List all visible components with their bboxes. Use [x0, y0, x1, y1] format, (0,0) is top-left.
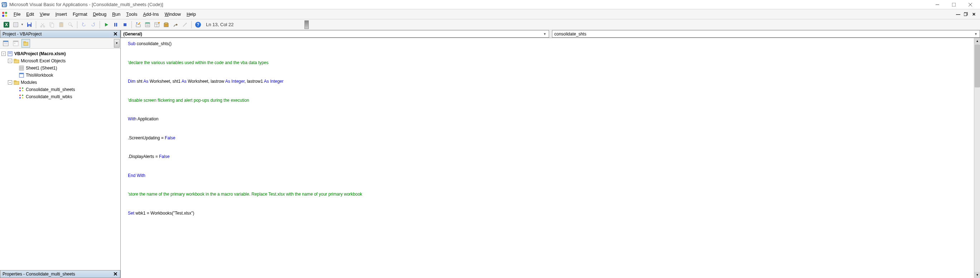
menu-debug[interactable]: Debug	[90, 10, 110, 18]
copy-button[interactable]	[48, 21, 56, 29]
run-button[interactable]	[102, 21, 111, 29]
tree-folder-modules[interactable]: − Modules	[2, 79, 119, 86]
tree-sheet1[interactable]: Sheet1 (Sheet1)	[2, 65, 119, 71]
tree-label: Consolidate_multi_wbks	[26, 94, 72, 99]
tree-thisworkbook[interactable]: ThisWorkbook	[2, 71, 119, 79]
project-pane-title: Project - VBAProject	[3, 32, 41, 37]
menu-view[interactable]: View	[37, 10, 52, 18]
worksheet-icon	[19, 65, 24, 71]
insert-module-button[interactable]	[11, 21, 20, 29]
menu-edit[interactable]: Edit	[23, 10, 37, 18]
separator	[100, 21, 100, 28]
svg-rect-60	[14, 43, 15, 44]
svg-point-7	[2, 12, 4, 14]
window-controls	[929, 0, 978, 9]
toolbox-button[interactable]	[171, 21, 180, 29]
tree-project-root[interactable]: − VBAProject (Macro.xlsm)	[2, 50, 119, 57]
insert-dropdown[interactable]: ▼	[21, 23, 24, 26]
properties-pane-header: Properties - Consolidate_multi_sheets ✕	[0, 270, 120, 278]
svg-rect-55	[3, 41, 8, 42]
help-button[interactable]: ?	[194, 21, 202, 29]
tree-label: Modules	[21, 80, 37, 85]
save-button[interactable]	[25, 21, 34, 29]
design-mode-button[interactable]	[134, 21, 143, 29]
menu-file[interactable]: File	[11, 10, 23, 18]
collapse-icon[interactable]: −	[2, 52, 6, 56]
mdi-close[interactable]: ✕	[971, 11, 977, 17]
toggle-folders-button[interactable]	[21, 39, 30, 48]
mdi-restore[interactable]	[963, 11, 969, 17]
tree-label: Microsoft Excel Objects	[21, 59, 65, 64]
paste-button[interactable]	[57, 21, 65, 29]
menu-window[interactable]: Window	[162, 10, 184, 18]
svg-rect-4	[952, 3, 956, 6]
project-pane-close[interactable]: ✕	[113, 31, 118, 37]
folder-icon	[14, 58, 19, 64]
code-editor[interactable]: Sub consolidate_shts() 'declare the vari…	[121, 38, 980, 278]
menu-addins[interactable]: Add-Ins	[140, 10, 162, 18]
svg-rect-59	[13, 41, 18, 42]
menu-format[interactable]: Format	[70, 10, 90, 18]
svg-point-78	[22, 87, 23, 89]
tree-label: VBAProject (Macro.xlsm)	[14, 51, 65, 56]
vertical-scrollbar[interactable]: ▲ ▼	[974, 38, 980, 278]
project-tree[interactable]: − VBAProject (Macro.xlsm) − Microsoft Ex…	[0, 49, 120, 270]
scroll-up-button[interactable]: ▲	[974, 38, 980, 44]
svg-point-49	[176, 24, 177, 25]
menu-run[interactable]: Run	[109, 10, 123, 18]
collapse-icon[interactable]: −	[8, 59, 12, 63]
collapse-icon[interactable]: −	[8, 80, 12, 84]
pane-scroll-down[interactable]: ▼	[114, 39, 119, 48]
tree-module-1[interactable]: Consolidate_multi_sheets	[2, 86, 119, 93]
cursor-position: Ln 13, Col 22	[206, 22, 234, 27]
svg-text:?: ?	[197, 22, 199, 27]
menu-help[interactable]: Help	[184, 10, 199, 18]
code-dropdowns: (General) ▼ consolidate_shts ▼	[121, 30, 980, 38]
object-browser-button[interactable]	[162, 21, 170, 29]
svg-point-84	[22, 97, 23, 98]
svg-line-38	[138, 22, 140, 24]
svg-point-10	[5, 15, 7, 17]
object-dropdown[interactable]: (General) ▼	[121, 30, 549, 38]
project-explorer-button[interactable]	[143, 21, 152, 29]
minimize-button[interactable]	[929, 0, 946, 9]
svg-rect-34	[116, 23, 117, 27]
cut-button[interactable]	[38, 21, 47, 29]
module-icon	[19, 94, 24, 100]
view-code-button[interactable]	[2, 39, 10, 48]
toolbar: X ▼ ? Ln 13, Col 22	[0, 19, 980, 30]
close-button[interactable]	[962, 0, 978, 9]
properties-button[interactable]	[153, 21, 161, 29]
svg-rect-47	[165, 22, 168, 24]
tree-label: Sheet1 (Sheet1)	[26, 65, 57, 71]
scroll-down-button[interactable]: ▼	[974, 272, 980, 278]
chevron-down-icon: ▼	[543, 32, 547, 36]
undo-button[interactable]	[80, 21, 88, 29]
scroll-thumb[interactable]	[975, 44, 980, 87]
mdi-minimize[interactable]: —	[955, 11, 961, 17]
tree-module-2[interactable]: Consolidate_multi_wbks	[2, 93, 119, 100]
tab-order-button[interactable]	[181, 21, 189, 29]
properties-pane-title: Properties - Consolidate_multi_sheets	[3, 272, 75, 276]
menu-insert[interactable]: Insert	[52, 10, 70, 18]
svg-point-79	[19, 90, 21, 91]
break-button[interactable]	[111, 21, 120, 29]
svg-point-82	[22, 95, 23, 96]
menubar: File Edit View Insert Format Debug Run T…	[0, 9, 980, 19]
excel-button[interactable]: X	[2, 21, 11, 29]
find-button[interactable]	[66, 21, 75, 29]
toolbar-overflow[interactable]	[304, 21, 309, 29]
redo-button[interactable]	[89, 21, 97, 29]
procedure-dropdown-value: consolidate_shts	[554, 32, 586, 37]
procedure-dropdown[interactable]: consolidate_shts ▼	[552, 30, 980, 38]
svg-point-80	[22, 90, 23, 91]
maximize-button[interactable]	[946, 0, 962, 9]
reset-button[interactable]	[121, 21, 129, 29]
chevron-down-icon: ▼	[974, 32, 977, 36]
tree-folder-objects[interactable]: − Microsoft Excel Objects	[2, 57, 119, 65]
properties-pane-close[interactable]: ✕	[113, 271, 118, 277]
view-object-button[interactable]	[11, 39, 20, 48]
svg-rect-37	[136, 25, 140, 27]
menu-tools[interactable]: Tools	[123, 10, 140, 18]
svg-rect-33	[114, 23, 115, 27]
